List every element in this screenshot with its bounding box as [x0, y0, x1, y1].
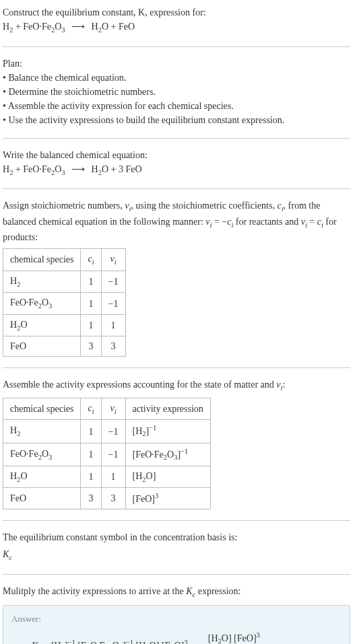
- divider: [3, 520, 350, 521]
- table-header: chemical species: [3, 398, 81, 420]
- table-cell: H2: [3, 420, 81, 443]
- multiply-section: Mulitply the activity expressions to arr…: [3, 584, 350, 644]
- table-header: chemical species: [3, 249, 81, 271]
- table-cell: −1: [101, 443, 125, 466]
- answer-label: Answer:: [11, 612, 342, 626]
- table-cell: −1: [101, 271, 125, 293]
- table-cell: FeO·Fe2O3: [3, 443, 81, 466]
- plan-heading: Plan:: [3, 57, 350, 71]
- intro-equation: H2 + FeO·Fe2O3 ⟶ H2O + FeO: [3, 20, 350, 36]
- table-row: FeO 3 3: [3, 336, 126, 357]
- balanced-equation: H2 + FeO·Fe2O3 ⟶ H2O + 3 FeO: [3, 162, 350, 178]
- table-cell: 1: [101, 466, 125, 488]
- table-cell: H2O: [3, 314, 81, 336]
- table-header: ci: [81, 398, 101, 420]
- table-cell: 1: [81, 443, 101, 466]
- table-header: νi: [101, 249, 125, 271]
- table-cell: [H2]−1: [125, 420, 210, 443]
- table-cell: 1: [81, 271, 101, 293]
- table-header: ci: [81, 249, 101, 271]
- plan-section: Plan: Balance the chemical equation. Det…: [3, 57, 350, 127]
- table-cell: [FeO·Fe2O3]−1: [125, 443, 210, 466]
- answer-equation: Kc = [H2]−1 [FeO·Fe2O3]−1 [H2O] [FeO]3 =…: [11, 630, 342, 644]
- plan-item: Balance the chemical equation.: [3, 71, 350, 85]
- table-row: H2O 1 1 [H2O]: [3, 466, 211, 488]
- table-cell: 1: [81, 466, 101, 488]
- plan-item: Determine the stoichiometric numbers.: [3, 85, 350, 99]
- table-cell: H2O: [3, 466, 81, 488]
- table-cell: H2: [3, 271, 81, 293]
- table-row: FeO 3 3 [FeO]3: [3, 488, 211, 509]
- fraction-numerator: [H2O] [FeO]3: [197, 630, 270, 644]
- balanced-section: Write the balanced chemical equation: H2…: [3, 148, 350, 178]
- table-row: H2 1 −1: [3, 271, 126, 293]
- table-cell: 1: [101, 314, 125, 336]
- activity-section: Assemble the activity expressions accoun…: [3, 378, 350, 509]
- answer-box: Answer: Kc = [H2]−1 [FeO·Fe2O3]−1 [H2O] …: [3, 605, 350, 644]
- divider: [3, 46, 350, 47]
- table-cell: 1: [81, 314, 101, 336]
- table-row: FeO·Fe2O3 1 −1: [3, 293, 126, 315]
- intro-section: Construct the equilibrium constant, K, e…: [3, 5, 350, 36]
- table-cell: 3: [81, 488, 101, 509]
- table-cell: 3: [101, 336, 125, 357]
- table-cell: −1: [101, 293, 125, 315]
- divider: [3, 367, 350, 368]
- multiply-heading: Mulitply the activity expressions to arr…: [3, 584, 350, 600]
- reaction-arrow-icon: ⟶: [71, 20, 85, 34]
- table-cell: −1: [101, 420, 125, 443]
- symbol-section: The equilibrium constant symbol in the c…: [3, 530, 350, 563]
- fraction: [H2O] [FeO]3 [H2] [FeO·Fe2O3]: [197, 630, 270, 644]
- table-header: νi: [101, 398, 125, 420]
- plan-list: Balance the chemical equation. Determine…: [3, 71, 350, 127]
- table-cell: [H2O]: [125, 466, 210, 488]
- reaction-arrow-icon: ⟶: [71, 162, 85, 176]
- table-cell: 3: [81, 336, 101, 357]
- divider: [3, 188, 350, 189]
- plan-item: Use the activity expressions to build th…: [3, 113, 350, 127]
- balanced-heading: Write the balanced chemical equation:: [3, 148, 350, 162]
- divider: [3, 574, 350, 575]
- activity-table: chemical species ci νi activity expressi…: [3, 398, 211, 509]
- plan-item: Assemble the activity expression for eac…: [3, 99, 350, 113]
- table-cell: 1: [81, 293, 101, 315]
- table-row: H2O 1 1: [3, 314, 126, 336]
- table-cell: FeO: [3, 488, 81, 509]
- table-cell: 3: [101, 488, 125, 509]
- activity-heading: Assemble the activity expressions accoun…: [3, 378, 350, 394]
- table-header-row: chemical species ci νi activity expressi…: [3, 398, 211, 420]
- stoich-heading: Assign stoichiometric numbers, νi, using…: [3, 199, 350, 244]
- table-cell: FeO: [3, 336, 81, 357]
- symbol-line: The equilibrium constant symbol in the c…: [3, 530, 350, 544]
- divider: [3, 138, 350, 139]
- table-cell: [FeO]3: [125, 488, 210, 509]
- table-cell: FeO·Fe2O3: [3, 293, 81, 315]
- table-cell: 1: [81, 420, 101, 443]
- table-header: activity expression: [125, 398, 210, 420]
- table-row: H2 1 −1 [H2]−1: [3, 420, 211, 443]
- stoich-section: Assign stoichiometric numbers, νi, using…: [3, 199, 350, 357]
- stoich-table: chemical species ci νi H2 1 −1 FeO·Fe2O3…: [3, 248, 126, 357]
- intro-line: Construct the equilibrium constant, K, e…: [3, 5, 350, 20]
- kc-symbol: Kc: [3, 547, 350, 563]
- table-header-row: chemical species ci νi: [3, 249, 126, 271]
- table-row: FeO·Fe2O3 1 −1 [FeO·Fe2O3]−1: [3, 443, 211, 466]
